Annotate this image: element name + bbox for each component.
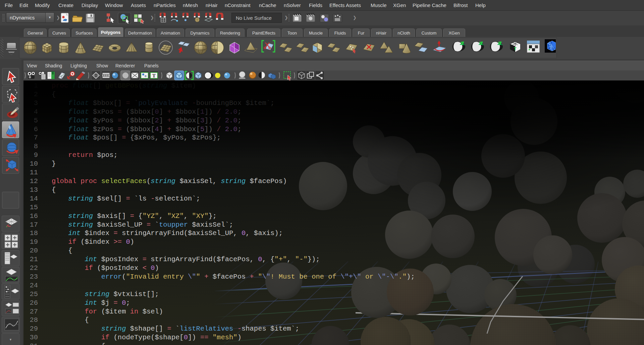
svg-text:T: T	[514, 46, 517, 51]
svg-text:T: T	[152, 73, 156, 78]
